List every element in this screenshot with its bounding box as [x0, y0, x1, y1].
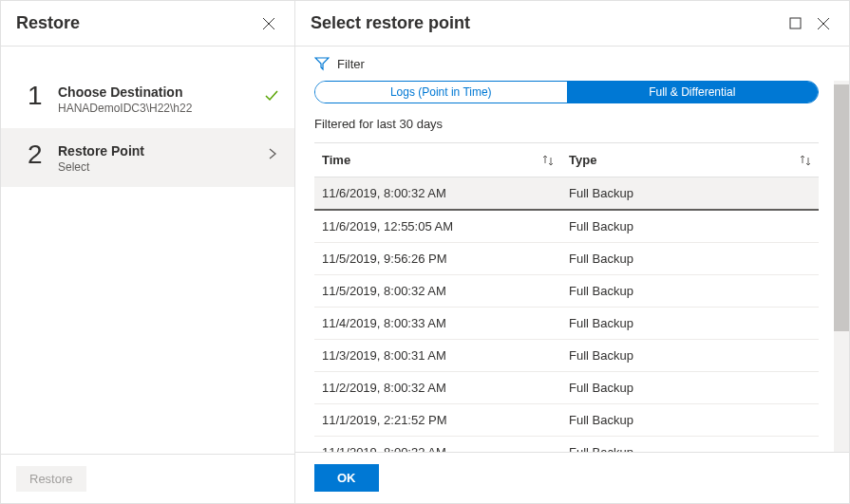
table-row[interactable]: 11/5/2019, 8:00:32 AMFull Backup — [314, 275, 819, 308]
close-icon — [262, 17, 275, 30]
select-restore-point-panel: Select restore point Filter Logs (Point … — [295, 1, 849, 503]
scrollbar-thumb[interactable] — [834, 84, 849, 331]
table-row[interactable]: 11/3/2019, 8:00:31 AMFull Backup — [314, 340, 819, 372]
scrollbar[interactable] — [834, 81, 849, 452]
step-number: 1 — [28, 83, 58, 109]
restore-title: Restore — [16, 13, 80, 33]
cell-time: 11/5/2019, 8:00:32 AM — [314, 275, 561, 307]
cell-time: 11/3/2019, 8:00:31 AM — [314, 340, 561, 371]
cell-time: 11/1/2019, 8:00:32 AM — [314, 437, 561, 452]
step-content: Choose Destination HANADemoIDC3\H22\h22 — [58, 83, 264, 115]
chevron-right-icon — [266, 147, 279, 160]
cell-type: Full Backup — [561, 211, 819, 242]
cell-type: Full Backup — [561, 243, 819, 274]
filter-bar[interactable]: Filter — [295, 47, 849, 81]
step-expand-indicator — [266, 141, 279, 160]
step-choose-destination[interactable]: 1 Choose Destination HANADemoIDC3\H22\h2… — [1, 69, 294, 128]
cell-type: Full Backup — [561, 177, 819, 209]
step-subtitle: Select — [58, 160, 266, 174]
restore-points-table: 11/6/2019, 8:00:32 AMFull Backup11/6/201… — [314, 177, 819, 452]
maximize-icon — [789, 17, 802, 29]
sort-icon — [542, 154, 554, 167]
cell-type: Full Backup — [561, 372, 819, 403]
filter-info: Filtered for last 30 days — [314, 117, 819, 131]
restore-type-tabs: Logs (Point in Time) Full & Differential — [314, 81, 819, 103]
header-icons — [785, 13, 834, 34]
column-header-type-label: Type — [569, 153, 596, 167]
table-row[interactable]: 11/6/2019, 12:55:05 AMFull Backup — [314, 211, 819, 243]
svg-rect-0 — [790, 18, 801, 28]
wizard-steps: 1 Choose Destination HANADemoIDC3\H22\h2… — [1, 47, 294, 454]
cell-type: Full Backup — [561, 308, 819, 339]
restore-header: Restore — [1, 1, 294, 47]
close-restore-button[interactable] — [258, 13, 279, 34]
content-main: Logs (Point in Time) Full & Differential… — [295, 81, 834, 452]
tab-full-differential[interactable]: Full & Differential — [567, 82, 819, 103]
step-number: 2 — [28, 141, 58, 168]
table-row[interactable]: 11/1/2019, 8:00:32 AMFull Backup — [314, 437, 819, 452]
checkmark-icon — [264, 88, 279, 103]
step-restore-point[interactable]: 2 Restore Point Select — [1, 128, 294, 187]
cell-type: Full Backup — [561, 404, 819, 436]
cell-time: 11/1/2019, 2:21:52 PM — [314, 404, 561, 436]
cell-time: 11/2/2019, 8:00:32 AM — [314, 372, 561, 403]
close-icon — [817, 17, 830, 30]
step-content: Restore Point Select — [58, 141, 266, 174]
column-header-type[interactable]: Type — [561, 143, 819, 177]
cell-time: 11/6/2019, 12:55:05 AM — [314, 211, 561, 242]
filter-label: Filter — [337, 57, 365, 71]
table-row[interactable]: 11/4/2019, 8:00:33 AMFull Backup — [314, 308, 819, 340]
select-restore-point-title: Select restore point — [311, 13, 470, 33]
restore-panel: Restore 1 Choose Destination HANADemoIDC… — [1, 1, 295, 503]
tab-logs[interactable]: Logs (Point in Time) — [315, 82, 567, 103]
cell-time: 11/6/2019, 8:00:32 AM — [314, 177, 561, 209]
select-footer: OK — [295, 452, 849, 503]
table-row[interactable]: 11/2/2019, 8:00:32 AMFull Backup — [314, 372, 819, 404]
table-row[interactable]: 11/5/2019, 9:56:26 PMFull Backup — [314, 243, 819, 275]
step-title: Restore Point — [58, 143, 266, 159]
step-completed-indicator — [264, 83, 279, 103]
select-restore-point-header: Select restore point — [295, 1, 849, 47]
filter-icon — [314, 56, 330, 71]
ok-button[interactable]: OK — [314, 464, 379, 492]
cell-type: Full Backup — [561, 340, 819, 371]
content-area: Logs (Point in Time) Full & Differential… — [295, 81, 849, 452]
cell-time: 11/4/2019, 8:00:33 AM — [314, 308, 561, 339]
table-row[interactable]: 11/1/2019, 2:21:52 PMFull Backup — [314, 404, 819, 437]
restore-footer: Restore — [1, 454, 294, 503]
cell-type: Full Backup — [561, 275, 819, 307]
step-subtitle: HANADemoIDC3\H22\h22 — [58, 102, 264, 115]
column-header-time[interactable]: Time — [314, 143, 561, 177]
table-row[interactable]: 11/6/2019, 8:00:32 AMFull Backup — [314, 177, 819, 211]
sort-icon — [800, 154, 811, 167]
maximize-button[interactable] — [785, 13, 805, 34]
restore-button[interactable]: Restore — [16, 466, 86, 492]
column-header-time-label: Time — [322, 153, 350, 167]
step-title: Choose Destination — [58, 84, 264, 100]
table-header: Time Type — [314, 142, 819, 177]
close-select-button[interactable] — [813, 13, 834, 34]
cell-time: 11/5/2019, 9:56:26 PM — [314, 243, 561, 274]
cell-type: Full Backup — [561, 437, 819, 452]
